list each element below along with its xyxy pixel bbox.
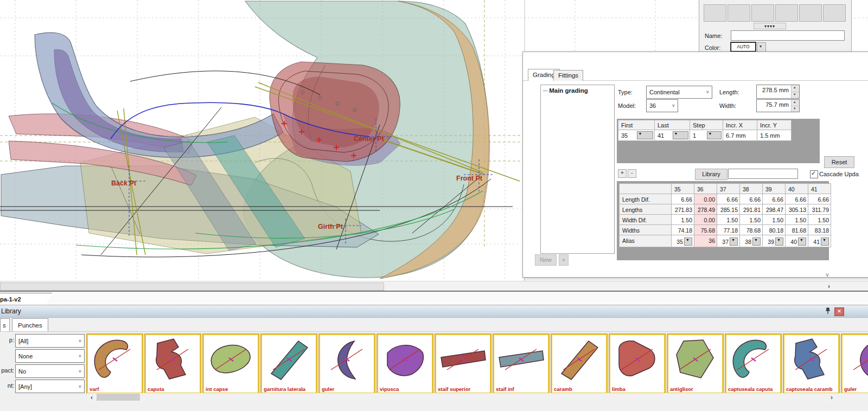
toolbar-button-3[interactable]	[751, 4, 774, 22]
length-spinner[interactable]: 278.5 mm	[756, 85, 800, 99]
toolbar-button-5[interactable]	[799, 4, 822, 22]
toolbar-button-6[interactable]	[823, 4, 846, 22]
size-table-cell: 278.49	[694, 204, 717, 214]
tree-item-main-grading[interactable]: ─Main grading	[543, 87, 614, 94]
spinner-up-icon[interactable]	[792, 100, 799, 106]
cascade-update-checkbox[interactable]	[810, 170, 818, 178]
size-table-cell[interactable]: 39	[763, 235, 785, 247]
punch-shape	[495, 336, 547, 384]
scroll-left-icon[interactable]: ‹	[88, 394, 95, 401]
size-table-cell: 6.66	[672, 194, 694, 204]
size-table-cell: 1.50	[740, 215, 762, 224]
model-select[interactable]: 36	[646, 99, 678, 112]
dropdown-arrow-icon[interactable]	[673, 131, 689, 139]
scroll-right-icon[interactable]: ›	[828, 394, 835, 401]
width-spinner[interactable]: 75.7 mm	[756, 99, 800, 112]
close-icon[interactable]	[834, 307, 844, 316]
library-item[interactable]: antiglisor	[667, 334, 723, 394]
color-value-box[interactable]: AUTO	[731, 42, 756, 52]
type-select[interactable]: Continental	[646, 86, 712, 99]
size-table-cell: 6.66	[763, 194, 785, 204]
library-item-label: captuseala caramb	[786, 386, 833, 392]
dropdown-arrow-icon[interactable]	[798, 237, 806, 246]
cascade-update-label: Cascade Upda	[819, 171, 859, 177]
range-first-cell[interactable]: 35	[618, 130, 654, 140]
spinner-down-icon[interactable]	[792, 106, 799, 112]
dropdown-arrow-icon[interactable]	[707, 131, 722, 139]
punch-shape	[263, 336, 315, 384]
library-item[interactable]: staif inf	[493, 334, 549, 394]
library-item[interactable]: staif superior	[435, 334, 491, 394]
filter-2-select[interactable]: None	[15, 349, 85, 363]
size-table-cell[interactable]: 41	[808, 235, 831, 247]
library-hscrollbar[interactable]: ‹ ›	[87, 393, 868, 402]
library-item[interactable]: captuseala caputa	[725, 334, 781, 394]
library-tab-divider	[0, 331, 868, 332]
collapse-strip-icon[interactable]	[754, 23, 786, 29]
library-name-input[interactable]	[728, 169, 798, 179]
library-item-label: guler	[844, 386, 857, 392]
chevron-down-icon	[669, 103, 678, 108]
remove-size-button[interactable]: -	[628, 169, 636, 178]
size-table-cell: 81.68	[786, 225, 808, 235]
library-item[interactable]: caramb	[551, 334, 607, 394]
tab-fittings[interactable]: Fittings	[553, 70, 583, 81]
library-item[interactable]: vipusca	[377, 334, 433, 394]
size-table-row-label: Alias	[620, 235, 671, 247]
grading-tree: ─Main grading	[540, 85, 615, 254]
spinner-up-icon[interactable]	[792, 85, 799, 92]
dropdown-arrow-icon[interactable]	[684, 237, 692, 246]
size-table-cell[interactable]: 35	[672, 235, 694, 247]
vertical-scroll-down-icon[interactable]	[821, 272, 833, 280]
canvas-hscrollbar[interactable]: ›	[0, 281, 868, 291]
size-table-cell[interactable]: 38	[740, 235, 762, 247]
add-size-button[interactable]: +	[618, 169, 627, 178]
toolbar-button-2[interactable]	[727, 4, 750, 22]
library-scrollbar-thumb[interactable]	[97, 394, 140, 401]
dropdown-arrow-icon[interactable]	[637, 131, 654, 139]
document-tabstrip: pa-1-v2	[0, 291, 868, 306]
filter-group-select[interactable]: [All]	[15, 334, 85, 348]
range-incr-x-cell: 6.7 mm	[723, 130, 757, 140]
library-item-label: staif inf	[496, 386, 514, 392]
dropdown-arrow-icon[interactable]	[752, 237, 761, 246]
size-table-cell[interactable]: 37	[717, 235, 739, 247]
toolbar-button-1[interactable]	[704, 4, 726, 22]
tab-punches[interactable]: Punches	[12, 318, 48, 332]
size-table-cell: 6.66	[786, 194, 808, 204]
library-item[interactable]: guler	[319, 334, 375, 394]
library-item[interactable]: limba	[609, 334, 665, 394]
tab-partial[interactable]: s	[0, 318, 10, 332]
library-item[interactable]: caputa	[145, 334, 201, 394]
name-input[interactable]	[731, 30, 845, 41]
library-item[interactable]: int capse	[203, 334, 259, 394]
library-item-label: garnitura laterala	[264, 386, 305, 392]
range-step-cell[interactable]: 1	[690, 130, 723, 140]
spinner-down-icon[interactable]	[792, 92, 799, 99]
library-item[interactable]: varf	[87, 334, 143, 394]
size-table-cell: 6.66	[808, 194, 831, 204]
library-item[interactable]: captuseala caramb	[783, 334, 839, 394]
library-panel: Library s Punches p: [All] None pact: No…	[0, 305, 868, 411]
pin-icon[interactable]	[824, 307, 831, 315]
type-label: Type:	[618, 89, 633, 95]
library-item[interactable]: garnitura laterala	[261, 334, 317, 394]
color-label: Color:	[705, 44, 720, 51]
library-item-label: int capse	[206, 386, 228, 392]
dropdown-arrow-icon[interactable]	[730, 237, 738, 246]
hscrollbar-thumb[interactable]	[0, 282, 384, 291]
filter-content-select[interactable]: [Any]	[15, 380, 85, 393]
library-button[interactable]: Library	[695, 169, 727, 180]
dropdown-arrow-icon[interactable]	[821, 237, 829, 246]
library-item[interactable]: guler	[841, 334, 868, 394]
range-last-cell[interactable]: 41	[655, 130, 690, 140]
width-value: 75.7 mm	[757, 100, 791, 112]
dropdown-arrow-icon[interactable]	[775, 237, 783, 246]
reset-button[interactable]: Reset	[824, 156, 854, 168]
filter-impact-select[interactable]: No	[15, 364, 85, 378]
size-table-cell: 1.50	[786, 215, 808, 224]
scroll-right-icon[interactable]: ›	[825, 282, 833, 290]
library-item-label: antiglisor	[670, 386, 693, 392]
size-table-cell[interactable]: 40	[786, 235, 808, 247]
toolbar-button-4[interactable]	[775, 4, 798, 22]
